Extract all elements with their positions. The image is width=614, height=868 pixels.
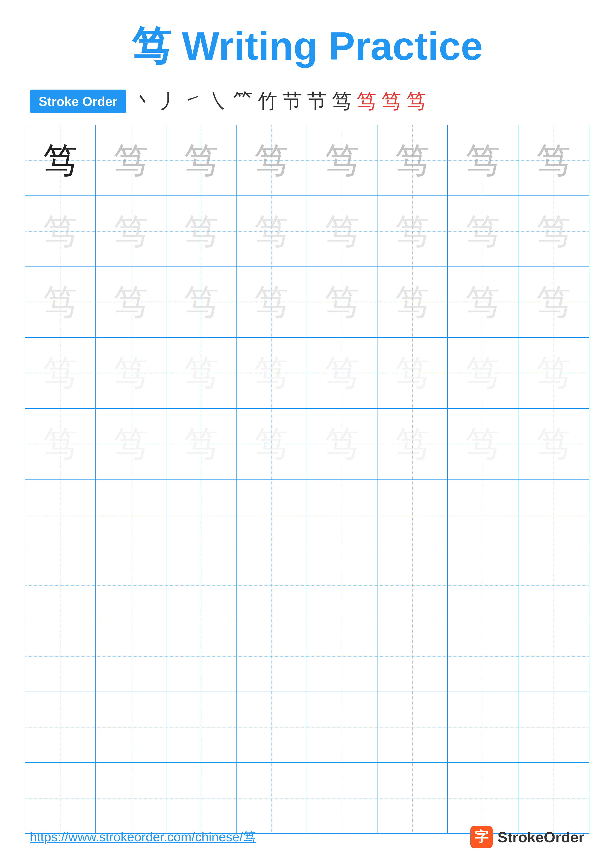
grid-cell-7-8[interactable] <box>518 550 589 620</box>
grid-cell-3-4[interactable]: 笃 <box>236 267 307 337</box>
char-display: 笃 <box>465 426 500 461</box>
char-display: 笃 <box>254 143 289 178</box>
grid-cell-1-4[interactable]: 笃 <box>236 125 307 195</box>
grid-cell-5-7[interactable]: 笃 <box>448 409 518 479</box>
char-display: 笃 <box>536 356 571 390</box>
grid-cell-6-6[interactable] <box>378 479 448 550</box>
char-display: 笃 <box>465 356 500 390</box>
grid-cell-5-2[interactable]: 笃 <box>96 409 166 479</box>
grid-cell-8-7[interactable] <box>448 621 518 691</box>
grid-cell-10-4[interactable] <box>236 763 307 833</box>
grid-cell-6-3[interactable] <box>166 479 236 550</box>
grid-cell-9-7[interactable] <box>448 692 518 763</box>
char-display: 笃 <box>325 143 359 178</box>
brand-text: StrokeOrder <box>497 829 584 846</box>
char-display: 笃 <box>113 426 148 461</box>
grid-cell-5-6[interactable]: 笃 <box>378 409 448 479</box>
grid-cell-9-1[interactable] <box>25 692 96 763</box>
grid-cell-6-4[interactable] <box>236 479 307 550</box>
grid-row-1: 笃 笃 笃 笃 笃 笃 笃 笃 <box>25 125 589 196</box>
grid-cell-4-2[interactable]: 笃 <box>96 338 166 408</box>
grid-cell-6-7[interactable] <box>448 479 518 550</box>
grid-cell-4-7[interactable]: 笃 <box>448 338 518 408</box>
grid-cell-7-2[interactable] <box>96 550 166 620</box>
grid-cell-3-3[interactable]: 笃 <box>166 267 236 337</box>
grid-cell-4-8[interactable]: 笃 <box>518 338 589 408</box>
grid-cell-3-5[interactable]: 笃 <box>307 267 378 337</box>
grid-cell-2-7[interactable]: 笃 <box>448 196 518 266</box>
grid-cell-5-1[interactable]: 笃 <box>25 409 96 479</box>
grid-cell-9-8[interactable] <box>518 692 589 763</box>
grid-cell-1-1[interactable]: 笃 <box>25 125 96 195</box>
grid-cell-4-1[interactable]: 笃 <box>25 338 96 408</box>
grid-cell-3-7[interactable]: 笃 <box>448 267 518 337</box>
grid-cell-10-3[interactable] <box>166 763 236 833</box>
footer-url[interactable]: https://www.strokeorder.com/chinese/笃 <box>30 828 256 846</box>
grid-cell-5-4[interactable]: 笃 <box>236 409 307 479</box>
grid-cell-5-5[interactable]: 笃 <box>307 409 378 479</box>
grid-cell-7-3[interactable] <box>166 550 236 620</box>
grid-cell-5-3[interactable]: 笃 <box>166 409 236 479</box>
grid-cell-8-5[interactable] <box>307 621 378 691</box>
grid-cell-3-1[interactable]: 笃 <box>25 267 96 337</box>
grid-cell-1-6[interactable]: 笃 <box>378 125 448 195</box>
grid-cell-7-6[interactable] <box>378 550 448 620</box>
stroke-6: 竹 <box>258 88 277 115</box>
grid-cell-9-2[interactable] <box>96 692 166 763</box>
grid-cell-7-5[interactable] <box>307 550 378 620</box>
grid-cell-2-1[interactable]: 笃 <box>25 196 96 266</box>
grid-cell-10-5[interactable] <box>307 763 378 833</box>
grid-cell-2-8[interactable]: 笃 <box>518 196 589 266</box>
grid-cell-10-1[interactable] <box>25 763 96 833</box>
grid-cell-1-7[interactable]: 笃 <box>448 125 518 195</box>
grid-cell-8-1[interactable] <box>25 621 96 691</box>
char-display: 笃 <box>43 143 78 178</box>
grid-cell-10-2[interactable] <box>96 763 166 833</box>
grid-cell-4-3[interactable]: 笃 <box>166 338 236 408</box>
grid-cell-8-6[interactable] <box>378 621 448 691</box>
grid-cell-8-4[interactable] <box>236 621 307 691</box>
grid-row-6 <box>25 479 589 550</box>
grid-cell-9-4[interactable] <box>236 692 307 763</box>
grid-cell-6-2[interactable] <box>96 479 166 550</box>
grid-cell-10-7[interactable] <box>448 763 518 833</box>
char-display: 笃 <box>536 143 571 178</box>
stroke-5: ⺮ <box>233 88 253 115</box>
grid-cell-1-3[interactable]: 笃 <box>166 125 236 195</box>
writing-grid[interactable]: 笃 笃 笃 笃 笃 笃 笃 笃 笃 笃 笃 <box>25 125 589 834</box>
grid-cell-1-2[interactable]: 笃 <box>96 125 166 195</box>
grid-cell-5-8[interactable]: 笃 <box>518 409 589 479</box>
grid-cell-2-3[interactable]: 笃 <box>166 196 236 266</box>
grid-cell-3-2[interactable]: 笃 <box>96 267 166 337</box>
grid-cell-10-6[interactable] <box>378 763 448 833</box>
grid-cell-2-4[interactable]: 笃 <box>236 196 307 266</box>
grid-cell-9-5[interactable] <box>307 692 378 763</box>
grid-cell-2-6[interactable]: 笃 <box>378 196 448 266</box>
grid-cell-1-8[interactable]: 笃 <box>518 125 589 195</box>
grid-cell-4-5[interactable]: 笃 <box>307 338 378 408</box>
grid-cell-7-4[interactable] <box>236 550 307 620</box>
grid-cell-9-3[interactable] <box>166 692 236 763</box>
grid-cell-9-6[interactable] <box>378 692 448 763</box>
grid-cell-4-6[interactable]: 笃 <box>378 338 448 408</box>
grid-cell-2-2[interactable]: 笃 <box>96 196 166 266</box>
stroke-11: 笃 <box>381 88 401 115</box>
grid-cell-2-5[interactable]: 笃 <box>307 196 378 266</box>
grid-cell-6-5[interactable] <box>307 479 378 550</box>
grid-cell-7-7[interactable] <box>448 550 518 620</box>
stroke-2: ㇓ <box>159 88 178 115</box>
grid-cell-6-8[interactable] <box>518 479 589 550</box>
grid-row-5: 笃 笃 笃 笃 笃 笃 笃 笃 <box>25 409 589 479</box>
stroke-order-section: Stroke Order 丶 ㇓ ㇀ ㇏ ⺮ 竹 节 节 笃 笃 笃 笃 <box>0 88 614 115</box>
grid-cell-3-8[interactable]: 笃 <box>518 267 589 337</box>
brand-char: 字 <box>474 828 488 846</box>
grid-cell-10-8[interactable] <box>518 763 589 833</box>
grid-cell-8-3[interactable] <box>166 621 236 691</box>
grid-cell-8-8[interactable] <box>518 621 589 691</box>
grid-cell-8-2[interactable] <box>96 621 166 691</box>
grid-cell-1-5[interactable]: 笃 <box>307 125 378 195</box>
grid-cell-6-1[interactable] <box>25 479 96 550</box>
grid-cell-4-4[interactable]: 笃 <box>236 338 307 408</box>
grid-cell-3-6[interactable]: 笃 <box>378 267 448 337</box>
grid-cell-7-1[interactable] <box>25 550 96 620</box>
